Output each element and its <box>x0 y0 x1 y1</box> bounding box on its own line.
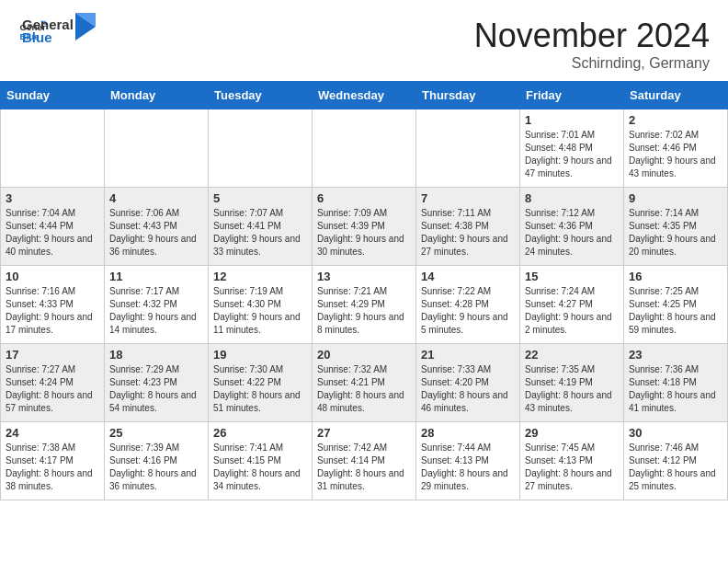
day-info: Sunrise: 7:17 AM Sunset: 4:32 PM Dayligh… <box>109 285 203 337</box>
calendar-week-row: 10Sunrise: 7:16 AM Sunset: 4:33 PM Dayli… <box>1 266 728 344</box>
calendar-day-cell: 3Sunrise: 7:04 AM Sunset: 4:44 PM Daylig… <box>1 188 105 266</box>
calendar-day-cell: 22Sunrise: 7:35 AM Sunset: 4:19 PM Dayli… <box>520 344 624 422</box>
day-info: Sunrise: 7:36 AM Sunset: 4:18 PM Dayligh… <box>629 363 722 415</box>
day-number: 20 <box>317 348 411 362</box>
calendar-day-cell: 16Sunrise: 7:25 AM Sunset: 4:25 PM Dayli… <box>624 266 728 344</box>
logo-arrow-icon <box>75 13 96 40</box>
day-number: 1 <box>525 113 619 127</box>
day-info: Sunrise: 7:27 AM Sunset: 4:24 PM Dayligh… <box>6 363 99 415</box>
calendar-day-cell: 21Sunrise: 7:33 AM Sunset: 4:20 PM Dayli… <box>416 344 520 422</box>
calendar-day-cell: 28Sunrise: 7:44 AM Sunset: 4:13 PM Dayli… <box>416 422 520 500</box>
day-info: Sunrise: 7:06 AM Sunset: 4:43 PM Dayligh… <box>109 207 203 259</box>
calendar-week-row: 1Sunrise: 7:01 AM Sunset: 4:48 PM Daylig… <box>1 109 728 188</box>
day-info: Sunrise: 7:14 AM Sunset: 4:35 PM Dayligh… <box>629 207 722 259</box>
calendar-day-cell <box>313 109 416 188</box>
calendar-day-cell: 25Sunrise: 7:39 AM Sunset: 4:16 PM Dayli… <box>105 422 209 500</box>
day-number: 4 <box>109 191 203 205</box>
calendar-day-cell <box>416 109 520 188</box>
calendar-day-cell: 17Sunrise: 7:27 AM Sunset: 4:24 PM Dayli… <box>1 344 105 422</box>
calendar-day-cell: 14Sunrise: 7:22 AM Sunset: 4:28 PM Dayli… <box>416 266 520 344</box>
calendar-day-cell: 15Sunrise: 7:24 AM Sunset: 4:27 PM Dayli… <box>520 266 624 344</box>
day-number: 12 <box>213 270 307 283</box>
logo: General Blue General Blue <box>18 17 96 46</box>
day-of-week-header-friday: Friday <box>520 82 624 109</box>
day-info: Sunrise: 7:22 AM Sunset: 4:28 PM Dayligh… <box>421 285 515 337</box>
day-number: 15 <box>525 270 619 283</box>
calendar-day-cell <box>1 109 105 188</box>
calendar-week-row: 17Sunrise: 7:27 AM Sunset: 4:24 PM Dayli… <box>1 344 728 422</box>
day-number: 24 <box>6 426 99 440</box>
calendar-day-cell: 23Sunrise: 7:36 AM Sunset: 4:18 PM Dayli… <box>624 344 728 422</box>
day-number: 8 <box>525 191 619 205</box>
day-number: 28 <box>421 426 515 440</box>
day-info: Sunrise: 7:04 AM Sunset: 4:44 PM Dayligh… <box>6 207 99 259</box>
day-info: Sunrise: 7:35 AM Sunset: 4:19 PM Dayligh… <box>525 363 619 415</box>
day-number: 6 <box>317 191 411 205</box>
calendar-day-cell: 8Sunrise: 7:12 AM Sunset: 4:36 PM Daylig… <box>520 188 624 266</box>
day-of-week-header-sunday: Sunday <box>1 82 105 109</box>
calendar-day-cell: 9Sunrise: 7:14 AM Sunset: 4:35 PM Daylig… <box>624 188 728 266</box>
calendar-day-cell: 30Sunrise: 7:46 AM Sunset: 4:12 PM Dayli… <box>624 422 728 500</box>
calendar-day-cell: 5Sunrise: 7:07 AM Sunset: 4:41 PM Daylig… <box>209 188 313 266</box>
day-info: Sunrise: 7:32 AM Sunset: 4:21 PM Dayligh… <box>317 363 411 415</box>
day-number: 27 <box>317 426 411 440</box>
day-info: Sunrise: 7:39 AM Sunset: 4:16 PM Dayligh… <box>109 442 203 493</box>
day-info: Sunrise: 7:29 AM Sunset: 4:23 PM Dayligh… <box>109 363 203 415</box>
day-number: 29 <box>525 426 619 440</box>
day-number: 17 <box>6 348 99 362</box>
day-info: Sunrise: 7:16 AM Sunset: 4:33 PM Dayligh… <box>6 285 99 337</box>
day-number: 21 <box>421 348 515 362</box>
month-title: November 2024 <box>474 17 710 55</box>
calendar-day-cell: 24Sunrise: 7:38 AM Sunset: 4:17 PM Dayli… <box>1 422 105 500</box>
day-info: Sunrise: 7:44 AM Sunset: 4:13 PM Dayligh… <box>421 442 515 493</box>
title-area: November 2024 Schirnding, Germany <box>474 17 710 72</box>
day-info: Sunrise: 7:12 AM Sunset: 4:36 PM Dayligh… <box>525 207 619 259</box>
day-info: Sunrise: 7:19 AM Sunset: 4:30 PM Dayligh… <box>213 285 307 337</box>
calendar-table: SundayMondayTuesdayWednesdayThursdayFrid… <box>0 81 728 500</box>
day-of-week-header-tuesday: Tuesday <box>209 82 313 109</box>
calendar-day-cell: 12Sunrise: 7:19 AM Sunset: 4:30 PM Dayli… <box>209 266 313 344</box>
calendar-day-cell: 19Sunrise: 7:30 AM Sunset: 4:22 PM Dayli… <box>209 344 313 422</box>
day-number: 10 <box>6 270 99 283</box>
calendar-day-cell <box>209 109 313 188</box>
calendar-week-row: 3Sunrise: 7:04 AM Sunset: 4:44 PM Daylig… <box>1 188 728 266</box>
calendar-day-cell: 13Sunrise: 7:21 AM Sunset: 4:29 PM Dayli… <box>313 266 416 344</box>
day-number: 16 <box>629 270 722 283</box>
day-info: Sunrise: 7:45 AM Sunset: 4:13 PM Dayligh… <box>525 442 619 493</box>
day-info: Sunrise: 7:11 AM Sunset: 4:38 PM Dayligh… <box>421 207 515 259</box>
day-number: 18 <box>109 348 203 362</box>
day-info: Sunrise: 7:41 AM Sunset: 4:15 PM Dayligh… <box>213 442 307 493</box>
calendar-day-cell: 6Sunrise: 7:09 AM Sunset: 4:39 PM Daylig… <box>313 188 416 266</box>
day-info: Sunrise: 7:21 AM Sunset: 4:29 PM Dayligh… <box>317 285 411 337</box>
calendar-day-cell: 27Sunrise: 7:42 AM Sunset: 4:14 PM Dayli… <box>313 422 416 500</box>
day-number: 5 <box>213 191 307 205</box>
calendar-day-cell <box>105 109 209 188</box>
day-number: 30 <box>629 426 722 440</box>
calendar-day-cell: 4Sunrise: 7:06 AM Sunset: 4:43 PM Daylig… <box>105 188 209 266</box>
day-number: 11 <box>109 270 203 283</box>
day-number: 9 <box>629 191 722 205</box>
day-info: Sunrise: 7:42 AM Sunset: 4:14 PM Dayligh… <box>317 442 411 493</box>
calendar-header-row: SundayMondayTuesdayWednesdayThursdayFrid… <box>1 82 728 109</box>
day-number: 19 <box>213 348 307 362</box>
day-number: 25 <box>109 426 203 440</box>
day-info: Sunrise: 7:46 AM Sunset: 4:12 PM Dayligh… <box>629 442 722 493</box>
day-info: Sunrise: 7:24 AM Sunset: 4:27 PM Dayligh… <box>525 285 619 337</box>
day-number: 7 <box>421 191 515 205</box>
day-info: Sunrise: 7:09 AM Sunset: 4:39 PM Dayligh… <box>317 207 411 259</box>
day-info: Sunrise: 7:07 AM Sunset: 4:41 PM Dayligh… <box>213 207 307 259</box>
day-of-week-header-monday: Monday <box>105 82 209 109</box>
day-info: Sunrise: 7:01 AM Sunset: 4:48 PM Dayligh… <box>525 129 619 180</box>
day-info: Sunrise: 7:30 AM Sunset: 4:22 PM Dayligh… <box>213 363 307 415</box>
day-number: 22 <box>525 348 619 362</box>
calendar-day-cell: 20Sunrise: 7:32 AM Sunset: 4:21 PM Dayli… <box>313 344 416 422</box>
location-title: Schirnding, Germany <box>474 55 710 72</box>
day-of-week-header-wednesday: Wednesday <box>313 82 416 109</box>
day-info: Sunrise: 7:38 AM Sunset: 4:17 PM Dayligh… <box>6 442 99 493</box>
calendar-day-cell: 11Sunrise: 7:17 AM Sunset: 4:32 PM Dayli… <box>105 266 209 344</box>
calendar-day-cell: 26Sunrise: 7:41 AM Sunset: 4:15 PM Dayli… <box>209 422 313 500</box>
calendar-week-row: 24Sunrise: 7:38 AM Sunset: 4:17 PM Dayli… <box>1 422 728 500</box>
day-number: 26 <box>213 426 307 440</box>
calendar-day-cell: 29Sunrise: 7:45 AM Sunset: 4:13 PM Dayli… <box>520 422 624 500</box>
day-number: 3 <box>6 191 99 205</box>
